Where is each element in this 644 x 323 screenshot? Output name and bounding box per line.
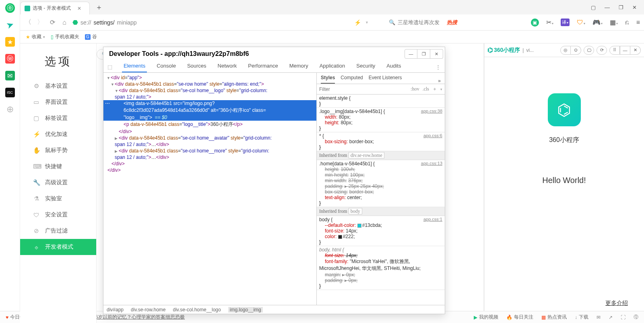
grid-icon[interactable]: ▦▾ [610, 19, 618, 26]
shield2-icon[interactable]: 🛡▾ [577, 19, 585, 26]
window-maximize-icon[interactable]: ❐ [619, 4, 623, 10]
breadcrumb-item[interactable]: div.se-col.home__logo [173, 307, 221, 313]
status-item[interactable]: ✉ [597, 314, 601, 321]
menu-icon[interactable]: ≡ [636, 19, 640, 26]
event-listeners-tab[interactable]: Event Listeners [369, 75, 402, 84]
home-button[interactable]: ⌂ [60, 19, 68, 26]
devtools-tab[interactable]: Sources [186, 63, 208, 72]
devtools-tab[interactable]: Memory [288, 63, 310, 72]
status-item[interactable]: ↗ [609, 314, 613, 321]
star-icon[interactable]: ★ [5, 37, 15, 47]
sidebar-item[interactable]: ⌨快捷键 [20, 158, 96, 175]
devtools-tab[interactable]: Application [318, 63, 347, 72]
miniapp-more-icon[interactable]: ⠿ [609, 46, 620, 55]
status-item[interactable]: ▶我的视频 [474, 314, 498, 321]
url-field[interactable]: ⬣ se://settings/miniapp [72, 19, 350, 26]
close-icon[interactable]: ✕ [77, 6, 81, 11]
fast-icon[interactable]: ⚡ [354, 19, 361, 26]
extension-icon[interactable]: ⊕ [5, 105, 15, 114]
miniapp-brand-logo: ⌬ 360小程序 [487, 46, 520, 54]
weibo-icon[interactable]: ⓦ [5, 54, 15, 64]
bookmark-google[interactable]: G谷 [85, 33, 97, 40]
sidebar-item[interactable]: 🔧高级设置 [20, 175, 96, 191]
breadcrumb-item[interactable]: img.logo__img [228, 307, 263, 313]
isc-icon[interactable]: ISC [5, 88, 15, 97]
devtools-close-icon[interactable]: ✕ [430, 49, 443, 59]
search-input[interactable] [398, 19, 442, 25]
devtools-maximize-icon[interactable]: ❐ [417, 49, 430, 59]
bookmark-favorites[interactable]: ★收藏▾ [26, 33, 45, 40]
left-icon-rail: ⓔ ➤ ★ ⓦ ✉ ISC ⊕ [0, 0, 20, 323]
scissors-icon[interactable]: ✂▾ [546, 19, 553, 26]
dom-breadcrumb[interactable]: div#app div.se-row.home div.se-col.home_… [103, 305, 445, 314]
sidebar-item[interactable]: ⟐开发者模式 [20, 239, 96, 255]
sidebar-item[interactable]: ▢标签设置 [20, 110, 96, 126]
bookmark-mobile[interactable]: ▯手机收藏夹 [51, 33, 79, 40]
hot-search-label[interactable]: 热搜 [447, 19, 457, 26]
styles-tab[interactable]: Styles [321, 75, 335, 84]
window-minimize-icon[interactable]: — [605, 4, 610, 10]
breadcrumb-item[interactable]: div.se-row.home [131, 307, 165, 313]
tab-title: 选项 - 开发者模式 [33, 5, 71, 12]
sidebar-item[interactable]: ✋鼠标手势 [20, 142, 96, 158]
browser-logo-icon[interactable]: ⓔ [5, 3, 15, 13]
miniapp-compass-icon[interactable]: ◎ [560, 46, 571, 55]
devtools-tab[interactable]: Performance [246, 63, 279, 72]
sidebar-item[interactable]: ▭界面设置 [20, 94, 96, 110]
miniapp-more-link[interactable]: 更多介绍 [605, 300, 628, 307]
status-item[interactable]: ⛶ [621, 314, 625, 321]
translate-icon[interactable]: 译▾ [561, 19, 570, 26]
sidebar-item[interactable]: ⊘广告过滤 [20, 223, 96, 239]
miniapp-device-icon[interactable]: 🖵 [584, 46, 594, 55]
sidebar-item[interactable]: ⚙基本设置 [20, 78, 96, 94]
caret-down-icon[interactable]: ▼ [365, 21, 369, 25]
mail-icon[interactable]: ✉ [5, 71, 15, 80]
reload-button[interactable]: ⟳ [48, 19, 56, 26]
sidebar-item[interactable]: 🛡安全设置 [20, 207, 96, 223]
devtools-tab[interactable]: Console [155, 63, 178, 72]
new-tab-button[interactable]: ＋ [95, 2, 103, 12]
window-close-icon[interactable]: ✕ [632, 4, 637, 10]
browser-tab[interactable]: 选项 - 开发者模式 ✕ [20, 2, 90, 14]
miniapp-reload-icon[interactable]: ⟳ [597, 46, 607, 55]
devtools-minimize-icon[interactable]: — [405, 49, 417, 59]
devtools-tab[interactable]: Elements [122, 63, 147, 72]
miniapp-target-icon[interactable]: ⊙ [571, 46, 581, 55]
status-item[interactable]: ↓下载 [575, 314, 588, 321]
wallet-icon[interactable]: ▣ [531, 19, 539, 27]
restore-icon[interactable]: ⎌ [625, 19, 629, 26]
sidebar-item-icon: 🛡 [33, 212, 39, 218]
styles-filter-input[interactable] [319, 86, 407, 92]
search-field[interactable]: 🔍 热搜 [389, 19, 457, 26]
source-link[interactable]: app.css:6 [423, 133, 442, 138]
window-extension-icon[interactable]: ▢ [591, 4, 596, 10]
miniapp-minimize-icon[interactable]: — [620, 46, 630, 55]
sidebar-item[interactable]: ⚗实验室 [20, 191, 96, 207]
source-link[interactable]: app.css:38 [421, 109, 442, 113]
add-rule-icon[interactable]: ＋ [432, 86, 437, 93]
source-link[interactable]: app.css:13 [421, 161, 442, 166]
status-item[interactable]: ▦热点资讯 [541, 314, 567, 321]
devtools-more-icon[interactable]: ⋮ [431, 64, 445, 72]
settings-content: 🔍 Developer Tools - app://qh13waury22p7m… [97, 43, 484, 323]
dom-tree[interactable]: <div id="app"> <div data-v-584e45b1 clas… [103, 73, 317, 305]
game-icon[interactable]: 🎮▾ [592, 19, 603, 26]
hov-toggle[interactable]: :hov [411, 86, 419, 92]
miniapp-close-icon[interactable]: ✕ [630, 46, 641, 55]
sidebar-item-icon: 🔧 [33, 179, 39, 186]
devtools-tab[interactable]: Audits [385, 63, 402, 72]
devtools-tab[interactable]: Network [216, 63, 239, 72]
css-rules[interactable]: element.style {}app.css:38.logo__img[dat… [317, 95, 445, 305]
status-item[interactable]: Ⓠ [634, 314, 638, 321]
element-picker-icon[interactable]: ⬚ [106, 64, 114, 72]
back-button[interactable]: 〈 [24, 18, 32, 27]
status-item[interactable]: 🔥每日关注 [506, 314, 533, 321]
sidebar-item[interactable]: ⚡优化加速 [20, 126, 96, 142]
send-icon[interactable]: ➤ [4, 19, 16, 31]
source-link[interactable]: app.css:1 [423, 217, 442, 222]
cls-toggle[interactable]: .cls [423, 86, 429, 92]
overflow-icon[interactable]: » [438, 78, 441, 84]
breadcrumb-item[interactable]: div#app [107, 307, 124, 313]
computed-tab[interactable]: Computed [341, 75, 363, 84]
devtools-tab[interactable]: Security [355, 63, 377, 72]
